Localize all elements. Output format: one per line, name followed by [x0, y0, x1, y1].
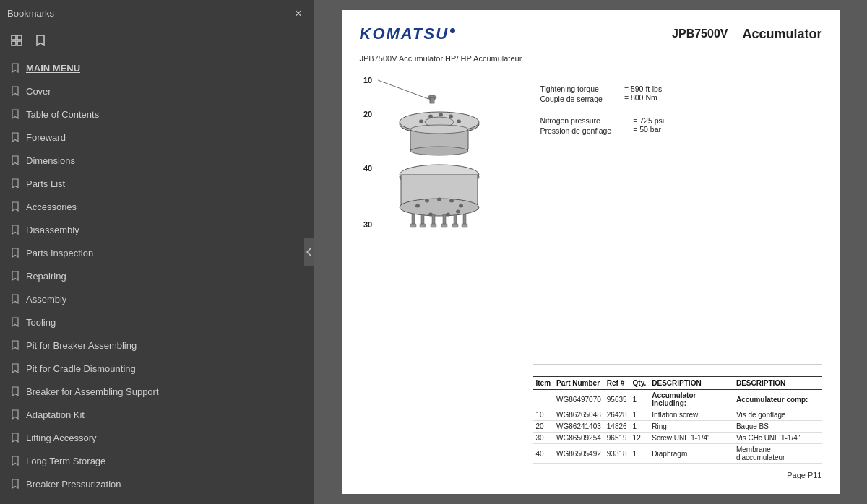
table-cell-2: 26428: [604, 409, 630, 421]
bookmark-item-icon: [10, 224, 20, 235]
page-number: Page P11: [787, 471, 821, 479]
svg-point-29: [425, 199, 429, 203]
chevron-left-icon: [306, 248, 312, 256]
table-cell-4: Screw UNF 1-1/4": [649, 433, 733, 444]
bookmark-item-toc[interactable]: Table of Contents: [0, 103, 314, 126]
page-footer: Page P11: [360, 468, 822, 479]
bookmark-icon: [35, 35, 46, 46]
svg-point-14: [449, 115, 453, 118]
svg-point-30: [437, 198, 441, 201]
svg-text:30: 30: [363, 220, 372, 229]
bookmark-item-foreword[interactable]: Foreward: [0, 126, 314, 149]
spec-nitrogen-name: Nitrogen pressure: [540, 116, 612, 125]
bookmark-item-repairing[interactable]: Repairing: [0, 264, 314, 287]
bookmark-item-tooling[interactable]: Tooling: [0, 310, 314, 334]
table-cell-4: Ring: [649, 421, 733, 433]
diagram-area: 10 20: [360, 70, 526, 464]
svg-rect-47: [462, 224, 467, 227]
page-body: 10 20: [360, 70, 822, 464]
svg-rect-44: [431, 224, 436, 227]
specs-area: Tightening torque Couple de serrage = 59…: [533, 70, 822, 360]
collapse-sidebar-handle[interactable]: [304, 238, 314, 266]
bookmark-item-label: Adaptation Kit: [26, 409, 85, 420]
bookmark-item-main-menu[interactable]: MAIN MENU: [0, 56, 314, 79]
bookmark-item-cover[interactable]: Cover: [0, 79, 314, 103]
svg-rect-40: [454, 214, 457, 225]
svg-point-33: [456, 210, 460, 214]
svg-rect-2: [12, 41, 16, 45]
accumulator-diagram: 10 20: [360, 70, 504, 236]
col-desc-fr: DESCRIPTION: [733, 377, 822, 390]
svg-point-34: [446, 213, 450, 217]
table-cell-2: 95635: [604, 390, 630, 409]
svg-rect-45: [441, 224, 447, 227]
close-button[interactable]: ×: [290, 6, 306, 22]
bookmark-item-icon: [10, 131, 20, 143]
table-cell-0: 20: [533, 421, 554, 433]
svg-rect-37: [421, 214, 424, 225]
bookmark-item-adaptation-kit[interactable]: Adaptation Kit: [0, 403, 314, 426]
svg-rect-7: [430, 97, 434, 103]
table-cell-5: Vis de gonflage: [733, 409, 822, 421]
table-cell-4: Inflation screw: [649, 409, 733, 421]
table-row: 10WG86265048264281Inflation screwVis de …: [533, 409, 822, 421]
bookmark-view-button[interactable]: [30, 32, 51, 51]
table-cell-5: Membrane d'accumulateur: [733, 444, 822, 464]
col-ref: Ref #: [604, 377, 630, 390]
bookmark-item-label: Breaker for Assembling Support: [26, 386, 159, 397]
bookmark-item-accessories[interactable]: Accessories: [0, 195, 314, 218]
bookmark-item-pit-breaker[interactable]: Pit for Breaker Assembling: [0, 334, 314, 357]
table-cell-1: WG86505492: [553, 444, 604, 464]
expand-all-button[interactable]: [6, 32, 27, 51]
table-header-row: Item Part Number Ref # Qty. DESCRIPTION …: [533, 377, 822, 390]
bookmark-item-icon: [10, 432, 20, 443]
svg-text:10: 10: [363, 76, 372, 84]
spec-torque-name-fr: Couple de serrage: [540, 95, 603, 103]
logo-text: KOMATSU: [360, 25, 449, 43]
svg-rect-46: [452, 224, 458, 227]
bookmark-item-parts-inspection[interactable]: Parts Inspection: [0, 241, 314, 264]
table-row: 40WG86505492933181DiaphragmMembrane d'ac…: [533, 444, 822, 464]
table-cell-2: 96519: [604, 433, 630, 444]
bookmark-item-icon: [10, 339, 20, 351]
col-part: Part Number: [553, 377, 604, 390]
bookmark-item-lifting-accessory[interactable]: Lifting Accessory: [0, 426, 314, 449]
svg-point-27: [400, 199, 479, 216]
table-cell-4: Diaphragm: [649, 444, 733, 464]
document-model: JPB7500V: [672, 27, 728, 40]
table-row: WG86497070956351Accumulator including:Ac…: [533, 390, 822, 409]
logo-dot: [450, 28, 455, 33]
page-header-right: JPB7500V Accumulator: [672, 27, 821, 42]
bookmark-item-breaker-pressurization[interactable]: Breaker Pressurization: [0, 472, 314, 495]
bookmark-item-pit-cradle[interactable]: Pit for Cradle Dismounting: [0, 357, 314, 380]
table-cell-2: 14826: [604, 421, 630, 433]
parts-table-body: WG86497070956351Accumulator including:Ac…: [533, 390, 822, 464]
page-header: KOMATSU JPB7500V Accumulator: [360, 25, 822, 48]
bookmark-item-label: Lifting Accessory: [26, 433, 97, 443]
bookmark-item-icon: [10, 293, 20, 305]
svg-point-15: [457, 120, 461, 123]
bookmark-item-icon: [10, 409, 20, 420]
svg-point-32: [459, 204, 463, 208]
bookmark-item-icon: [10, 386, 20, 397]
bookmark-item-disassembly[interactable]: Disassembly: [0, 218, 314, 241]
table-cell-0: 10: [533, 409, 554, 421]
bookmark-item-dimensions[interactable]: Dimensions: [0, 149, 314, 172]
bookmark-item-label: Foreward: [26, 132, 66, 143]
bookmark-item-parts-list[interactable]: Parts List: [0, 172, 314, 195]
document-type: Accumulator: [742, 27, 821, 42]
sidebar-toolbar: [0, 27, 314, 56]
svg-rect-36: [412, 214, 415, 225]
grid-icon: [11, 35, 22, 46]
svg-point-11: [419, 120, 423, 123]
bookmark-item-assembly[interactable]: Assembly: [0, 287, 314, 310]
bookmark-item-label: Pit for Cradle Dismounting: [26, 363, 136, 374]
bookmark-item-icon: [10, 455, 20, 466]
spec-nitrogen-name-fr: Pression de gonflage: [540, 126, 612, 135]
table-cell-3: 1: [630, 444, 650, 464]
bookmark-item-long-term-storage[interactable]: Long Term Storage: [0, 449, 314, 472]
main-content: KOMATSU JPB7500V Accumulator JPB7500V Ac…: [314, 0, 867, 504]
document-subtitle: JPB7500V Accumulator HP/ HP Accumulateur: [360, 54, 822, 63]
bookmark-item-breaker-support[interactable]: Breaker for Assembling Support: [0, 380, 314, 403]
bookmark-item-icon: [10, 247, 20, 258]
